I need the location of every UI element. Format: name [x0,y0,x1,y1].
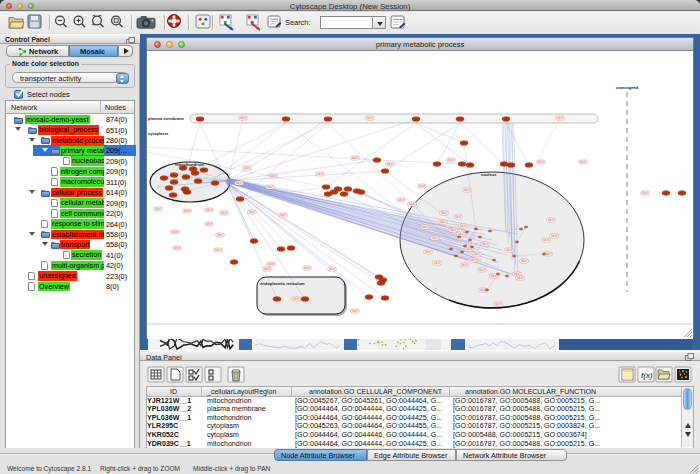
svg-text:lab.el: lab.el [470,258,477,262]
svg-text:lab.el: lab.el [422,225,429,229]
svg-text:lab.el: lab.el [249,210,256,214]
svg-text:lab.el: lab.el [450,228,457,232]
svg-text:f(x): f(x) [641,371,653,380]
svg-text:lab.el: lab.el [409,202,416,206]
svg-text:lab.el: lab.el [352,156,359,160]
svg-text:lab.el: lab.el [434,261,441,265]
svg-text:lab.el: lab.el [215,248,222,252]
svg-text:lab.el: lab.el [455,215,462,219]
svg-text:lab.el: lab.el [267,185,274,189]
svg-text:plasma membrane: plasma membrane [148,116,185,121]
svg-text:lab.el: lab.el [236,181,243,185]
svg-text:lab.el: lab.el [155,207,162,211]
svg-text:lab.el: lab.el [432,236,439,240]
svg-text:lab.el: lab.el [280,213,287,217]
svg-text:lab.el: lab.el [551,234,558,238]
svg-text:lab.el: lab.el [580,160,587,164]
svg-text:lab.el: lab.el [461,263,468,267]
svg-text:lab.el: lab.el [517,276,524,280]
svg-text:cytoplasm: cytoplasm [148,131,169,136]
svg-text:lab.el: lab.el [206,208,213,212]
svg-text:lab.el: lab.el [440,220,447,224]
svg-text:lab.el: lab.el [240,116,247,120]
svg-text:lab.el: lab.el [398,198,405,202]
svg-text:lab.el: lab.el [543,238,550,242]
svg-text:lab.el: lab.el [304,266,311,270]
svg-text:lab.el: lab.el [174,246,181,250]
svg-text:lab.el: lab.el [548,218,555,222]
svg-text:lab.el: lab.el [367,116,374,120]
svg-text:lab.el: lab.el [464,188,471,192]
svg-text:lab.el: lab.el [474,252,481,256]
svg-text:lab.el: lab.el [514,272,521,276]
svg-text:lab.el: lab.el [495,302,502,306]
svg-text:lab.el: lab.el [479,268,486,272]
svg-text:lab.el: lab.el [270,174,277,178]
svg-text:lab.el: lab.el [264,267,271,271]
svg-text:lab.el: lab.el [506,248,513,252]
svg-text:unassigned: unassigned [616,85,639,90]
svg-text:lab.el: lab.el [557,116,564,120]
svg-text:lab.el: lab.el [352,309,359,313]
svg-text:endoplasmic reticulum: endoplasmic reticulum [260,281,305,286]
svg-text:nucleus: nucleus [481,172,497,177]
svg-text:lab.el: lab.el [521,259,528,263]
svg-text:lab.el: lab.el [448,158,455,162]
svg-text:lab.el: lab.el [217,233,224,237]
svg-text:lab.el: lab.el [425,250,432,254]
svg-text:lab.el: lab.el [221,211,228,215]
svg-text:lab.el: lab.el [460,224,467,228]
svg-text:lab.el: lab.el [329,267,336,271]
svg-text:lab.el: lab.el [184,209,191,213]
svg-text:lab.el: lab.el [172,230,179,234]
svg-text:lab.el: lab.el [458,232,465,236]
svg-text:lab.el: lab.el [419,184,426,188]
svg-text:lab.el: lab.el [268,262,275,266]
svg-text:mitochondrion: mitochondrion [175,162,204,167]
svg-text:lab.el: lab.el [482,242,489,246]
svg-text:lab.el: lab.el [538,160,545,164]
svg-text:lab.el: lab.el [244,166,251,170]
svg-text:lab.el: lab.el [206,222,213,226]
svg-text:Search:: Search: [285,18,310,27]
svg-text:lab.el: lab.el [317,172,324,176]
svg-text:lab.el: lab.el [441,211,448,215]
svg-text:lab.el: lab.el [293,297,300,301]
svg-text:lab.el: lab.el [387,162,394,166]
svg-text:lab.el: lab.el [642,191,649,195]
